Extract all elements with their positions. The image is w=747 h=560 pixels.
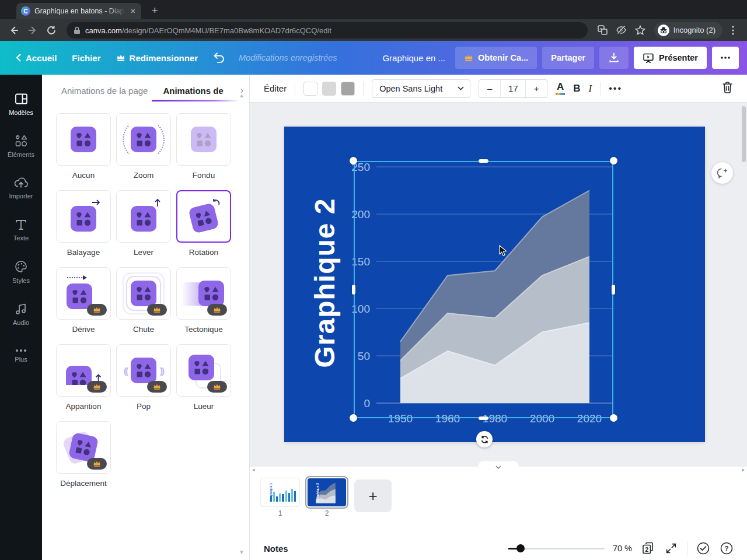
animation-lueur[interactable] — [176, 344, 231, 397]
delete-button[interactable] — [722, 81, 733, 96]
animation-rotation[interactable] — [176, 190, 231, 243]
font-size-decrease[interactable]: – — [479, 80, 500, 97]
header-more-button[interactable] — [712, 47, 739, 69]
font-size-increase[interactable]: + — [526, 80, 547, 97]
animation-derive[interactable] — [56, 267, 111, 320]
add-page-button[interactable]: + — [354, 480, 392, 512]
page-thumb-1[interactable]: Graphique 1 1 — [261, 478, 299, 517]
share-button[interactable]: Partager — [542, 47, 594, 69]
animation-apparition[interactable] — [56, 344, 111, 397]
panel-scroll-down-icon[interactable]: ▼ — [239, 549, 245, 555]
incognito-icon — [658, 24, 669, 36]
chevron-down-icon — [458, 86, 464, 90]
sidebar-item-styles[interactable]: Styles — [0, 251, 42, 293]
selection-handle-w[interactable] — [352, 285, 355, 295]
selection-handle-n[interactable] — [479, 159, 488, 163]
shapes-icon — [70, 126, 97, 153]
animation-zoom[interactable] — [116, 113, 171, 166]
zoom-slider[interactable] — [508, 548, 605, 550]
animation-fondu[interactable] — [176, 113, 231, 166]
rotate-handle[interactable] — [476, 431, 493, 447]
trash-icon — [722, 81, 733, 93]
bold-button[interactable]: B — [573, 83, 580, 94]
sidebar-item-modeles[interactable]: Modèles — [0, 83, 42, 125]
sidebar-item-texte[interactable]: Texte — [0, 209, 42, 251]
grid-view-button[interactable]: 2 — [640, 541, 655, 556]
tab-page-animations[interactable]: Animations de la page — [61, 86, 148, 96]
scroll-right-icon[interactable]: ▸ — [742, 467, 745, 473]
workspace-horizontal-scrollbar[interactable]: ◂ ▸ — [250, 467, 747, 474]
animation-deplacement[interactable] — [56, 421, 111, 474]
selection-handle-se[interactable] — [610, 414, 617, 422]
font-family-dropdown[interactable]: Open Sans Light — [372, 79, 470, 98]
animation-aucun[interactable] — [56, 113, 111, 166]
upgrade-button[interactable]: Obtenir Ca... — [455, 47, 537, 69]
sidebar-item-plus[interactable]: Plus — [0, 335, 42, 377]
premium-badge — [207, 381, 227, 393]
browser-menu-icon[interactable] — [725, 22, 741, 38]
selection-box[interactable] — [354, 161, 613, 418]
status-bar: Notes 70 % 2 ? — [250, 537, 747, 560]
back-icon[interactable] — [6, 22, 22, 38]
file-menu-button[interactable]: Fichier — [64, 53, 108, 63]
tab-close-icon[interactable]: × — [130, 6, 137, 16]
selection-handle-nw[interactable] — [350, 157, 357, 164]
workspace-vertical-scrollbar[interactable] — [742, 106, 746, 162]
translate-icon[interactable]: a — [595, 22, 611, 38]
document-title[interactable]: Graphique en ... — [382, 53, 445, 63]
bookmark-star-icon[interactable] — [632, 22, 648, 38]
present-button[interactable]: Présenter — [634, 47, 707, 69]
color-swatch-3[interactable] — [341, 82, 355, 96]
check-status-button[interactable] — [696, 541, 711, 556]
eye-off-icon[interactable] — [613, 22, 630, 38]
download-button[interactable] — [599, 47, 629, 69]
italic-button[interactable]: I — [589, 83, 592, 94]
canvas-workspace[interactable]: Graphique 2 0501001502002501950196019802… — [250, 103, 747, 467]
help-button[interactable]: ? — [719, 541, 734, 556]
sidebar-item-audio[interactable]: Audio — [0, 293, 42, 335]
shapes-icon — [130, 280, 157, 307]
reload-icon[interactable] — [43, 22, 60, 38]
lock-icon — [74, 26, 81, 34]
download-icon — [608, 52, 620, 64]
panel-scroll-up-icon[interactable]: ▲ — [239, 92, 245, 99]
animation-lever[interactable] — [116, 190, 171, 243]
selection-handle-s[interactable] — [479, 416, 488, 420]
mini-area-chart — [308, 478, 346, 506]
tab-element-animations[interactable]: Animations de l'élément — [163, 86, 224, 96]
selection-handle-e[interactable] — [612, 285, 615, 295]
undo-button[interactable] — [205, 52, 233, 64]
animation-balayage[interactable] — [56, 190, 111, 243]
premium-badge — [87, 381, 107, 393]
page-thumb-2[interactable]: Graphique 2 2 — [308, 478, 346, 517]
forward-icon[interactable] — [25, 22, 41, 38]
slide-title[interactable]: Graphique 2 — [309, 198, 341, 368]
ellipsis-icon — [721, 57, 730, 59]
scroll-left-icon[interactable]: ◂ — [252, 467, 255, 473]
new-tab-button[interactable]: + — [152, 5, 158, 19]
fullscreen-button[interactable] — [664, 541, 679, 556]
sidebar-item-importer[interactable]: Importer — [0, 167, 42, 209]
sidebar-item-elements[interactable]: Éléments — [0, 125, 42, 167]
toolbar-more-button[interactable]: ••• — [609, 83, 622, 94]
shapes-icon — [198, 280, 225, 307]
collapse-filmstrip-button[interactable] — [478, 461, 519, 474]
animation-tectonique[interactable] — [176, 267, 231, 320]
browser-tab[interactable]: C Graphique en batons - Diap × — [16, 3, 141, 19]
incognito-badge[interactable]: Incognito (2) — [654, 22, 722, 38]
color-swatch-1[interactable] — [303, 82, 317, 96]
text-color-button[interactable]: A — [556, 82, 565, 95]
edit-label[interactable]: Éditer — [264, 83, 287, 93]
selection-handle-sw[interactable] — [350, 414, 357, 422]
animation-pop[interactable]: (()) — [116, 344, 171, 397]
notes-button[interactable]: Notes — [264, 544, 288, 554]
url-bar[interactable]: canva.com/design/DAErOQmM4MU/BE7ma0Bw8mK… — [67, 22, 588, 38]
resize-button[interactable]: Redimensionner — [109, 53, 206, 63]
selection-handle-ne[interactable] — [610, 157, 617, 164]
color-swatch-2[interactable] — [322, 82, 336, 96]
animation-chute[interactable] — [116, 267, 171, 320]
add-comment-button[interactable] — [711, 162, 733, 184]
font-size-value[interactable]: 17 — [500, 80, 526, 97]
home-button[interactable]: Accueil — [8, 53, 64, 63]
zoom-slider-knob[interactable] — [516, 544, 525, 552]
